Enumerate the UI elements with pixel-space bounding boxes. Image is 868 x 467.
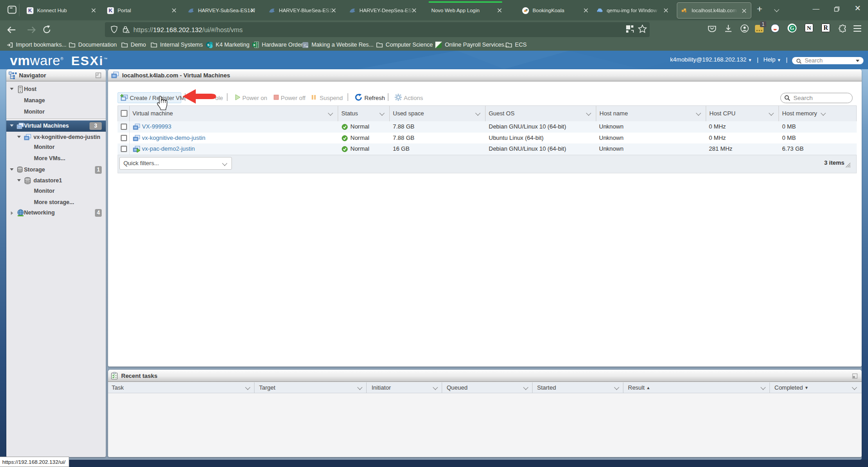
svg-text:c: c xyxy=(304,43,306,47)
svg-text:S: S xyxy=(207,43,209,47)
svg-text:X: X xyxy=(253,43,256,47)
